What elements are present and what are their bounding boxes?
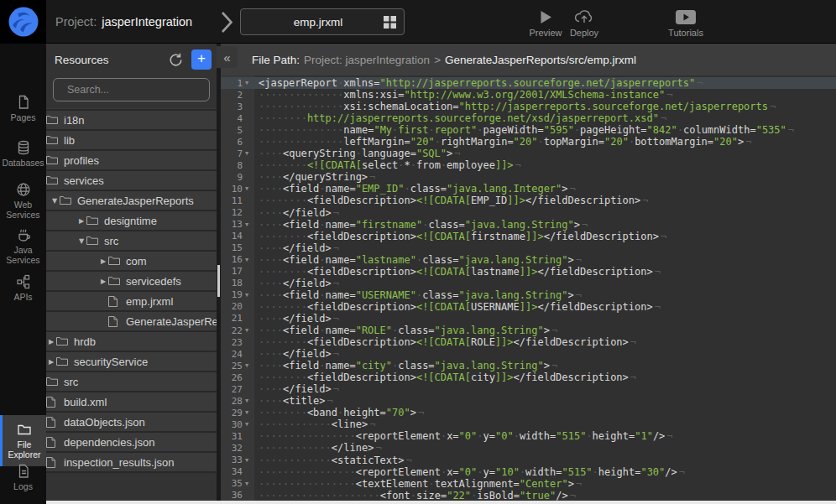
file-path-project: Project: jasperIntegration bbox=[304, 54, 430, 66]
tree-item[interactable]: inspection_results.json bbox=[46, 453, 217, 473]
tree-item[interactable]: ▶hrdb bbox=[46, 332, 217, 352]
folder-icon bbox=[108, 276, 120, 286]
fold-arrow-icon[interactable]: ▼ bbox=[245, 185, 254, 192]
wavemaker-logo-icon bbox=[8, 6, 39, 38]
fold-arrow-icon[interactable]: ▼ bbox=[245, 421, 254, 428]
horizontal-scrollbar[interactable] bbox=[46, 501, 836, 504]
add-resource-button[interactable]: + bbox=[191, 49, 212, 70]
line-number: 19 bbox=[221, 289, 245, 300]
tree-item[interactable]: services bbox=[46, 171, 217, 191]
line-number: 12 bbox=[221, 207, 245, 218]
folder-icon bbox=[108, 256, 120, 266]
line-number: 29 bbox=[221, 408, 245, 418]
line-number: 32 bbox=[221, 443, 245, 454]
line-number: 4 bbox=[221, 113, 245, 124]
resources-header: Resources + bbox=[46, 44, 217, 75]
fold-arrow-icon[interactable]: ▼ bbox=[245, 292, 254, 299]
fold-arrow-icon[interactable]: ▼ bbox=[245, 257, 254, 263]
chevron-right-icon[interactable]: ▶ bbox=[98, 257, 108, 265]
tree-item[interactable]: ▶securityService bbox=[46, 352, 217, 372]
fold-arrow-icon[interactable]: ▼ bbox=[245, 457, 254, 464]
sidebar-item-pages[interactable]: Pages bbox=[0, 92, 46, 125]
refresh-button[interactable] bbox=[167, 51, 185, 69]
tree-item-label: inspection_results.json bbox=[64, 456, 175, 469]
globe-icon bbox=[15, 181, 32, 198]
tree-item[interactable]: dependencies.json bbox=[46, 433, 217, 453]
tree-item[interactable]: i18n bbox=[46, 111, 217, 131]
resources-panel: Resources + i18nlibprofilesservices▼Gene… bbox=[46, 44, 217, 504]
tree-item-label: dataObjects.json bbox=[64, 416, 145, 429]
sidebar-item-java-services[interactable]: Java Services bbox=[0, 225, 46, 267]
tree-item[interactable]: ▼src bbox=[46, 231, 217, 252]
tree-item-label: com bbox=[126, 255, 147, 268]
tree-item[interactable]: emp.jrxml bbox=[46, 292, 217, 312]
line-number: 10 bbox=[221, 184, 245, 195]
fold-arrow-icon[interactable]: ▼ bbox=[245, 481, 254, 487]
line-number: 1 bbox=[221, 78, 245, 89]
tutorials-button[interactable]: Tutorials bbox=[661, 8, 710, 38]
tree-item[interactable]: dataObjects.json bbox=[46, 413, 217, 433]
folder-icon bbox=[60, 195, 71, 205]
tree-item[interactable]: ▼GenerateJasperReports bbox=[46, 191, 217, 211]
fold-arrow-icon[interactable]: ▼ bbox=[245, 80, 254, 86]
folder-icon bbox=[56, 356, 68, 366]
tree-item[interactable]: build.xml bbox=[46, 392, 217, 413]
chevron-down-icon[interactable]: ▼ bbox=[50, 197, 60, 205]
preview-label: Preview bbox=[529, 28, 562, 38]
sidebar-item-file-explorer[interactable]: File Explorer bbox=[0, 415, 46, 466]
sidebar-item-databases[interactable]: Databases bbox=[0, 138, 46, 170]
sidebar-item-apis[interactable]: APIs bbox=[0, 272, 46, 304]
tree-item[interactable]: GenerateJasperReports.s bbox=[46, 312, 217, 332]
fold-arrow-icon[interactable]: ▼ bbox=[245, 327, 254, 334]
file-path-bar: File Path: Project: jasperIntegration > … bbox=[221, 44, 836, 75]
tree-item[interactable]: ▶servicedefs bbox=[46, 272, 217, 292]
deploy-button[interactable]: Deploy bbox=[560, 8, 609, 38]
project-label: Project: bbox=[55, 15, 97, 29]
top-bar: Project: jasperIntegration emp.jrxml Pre… bbox=[0, 0, 836, 44]
code-line: ········<fieldDescription><![CDATA[city]… bbox=[254, 372, 836, 383]
code-line: ····<field·name="city"·class="java.lang.… bbox=[254, 360, 836, 372]
chevron-right-icon[interactable]: ▶ bbox=[46, 338, 56, 346]
fold-arrow-icon[interactable]: ▼ bbox=[245, 409, 254, 416]
project-indicator: Project: jasperIntegration bbox=[55, 0, 192, 44]
folder-icon bbox=[86, 236, 98, 246]
app-logo[interactable] bbox=[0, 0, 46, 44]
code-lines[interactable]: <jasperReport·xmlns="http://jasperreport… bbox=[254, 75, 836, 501]
line-number: 7 bbox=[221, 148, 245, 159]
tree-item-label: i18n bbox=[64, 114, 85, 127]
sidebar-item-web-services[interactable]: Web Services bbox=[0, 179, 46, 221]
chevron-right-icon[interactable]: ▶ bbox=[76, 217, 86, 225]
chevron-right-icon[interactable]: ▶ bbox=[98, 278, 108, 285]
code-line: ············<staticText>¬ bbox=[254, 455, 836, 466]
file-path-value: GenerateJasperReports/src/emp.jrxml bbox=[445, 54, 636, 66]
open-document-tab[interactable]: emp.jrxml bbox=[240, 8, 405, 35]
chevron-right-icon[interactable]: ▶ bbox=[46, 358, 56, 366]
search-input[interactable] bbox=[67, 84, 202, 96]
line-number: 31 bbox=[221, 431, 245, 442]
code-editor[interactable]: 1▼234567▼8910▼111213▼141516▼171819▼20212… bbox=[221, 75, 836, 501]
tree-item-label: GenerateJasperReports.s bbox=[126, 315, 217, 328]
tree-item[interactable]: lib bbox=[46, 131, 217, 151]
code-line: ········<fieldDescription><![CDATA[first… bbox=[254, 231, 836, 242]
fold-arrow-icon[interactable]: ▼ bbox=[245, 150, 254, 157]
resources-scrollbar-thumb[interactable] bbox=[217, 265, 220, 297]
tree-item[interactable]: ▶com bbox=[46, 252, 217, 272]
tree-item[interactable]: ▶designtime bbox=[46, 211, 217, 231]
fold-arrow-icon[interactable]: ▼ bbox=[245, 221, 254, 228]
fold-arrow-icon[interactable]: ▼ bbox=[245, 397, 254, 404]
sidebar-item-label: APIs bbox=[13, 293, 32, 303]
tree-item[interactable]: src bbox=[46, 372, 217, 392]
chevron-down-icon[interactable]: ▼ bbox=[76, 237, 86, 245]
sidebar-item-logs[interactable]: Logs bbox=[0, 461, 46, 494]
tree-item[interactable]: profiles bbox=[46, 151, 217, 171]
file-icon bbox=[46, 457, 58, 468]
tree-item-label: profiles bbox=[64, 154, 99, 167]
line-number: 6 bbox=[221, 137, 245, 148]
collapse-panel-button[interactable]: « bbox=[217, 46, 238, 68]
fold-arrow-icon[interactable]: ▼ bbox=[245, 362, 254, 369]
tree-item-label: build.xml bbox=[64, 396, 107, 408]
grid-icon[interactable] bbox=[384, 16, 396, 29]
line-number: 25 bbox=[221, 361, 245, 372]
resources-title: Resources bbox=[55, 54, 160, 66]
folder-icon bbox=[46, 115, 58, 125]
